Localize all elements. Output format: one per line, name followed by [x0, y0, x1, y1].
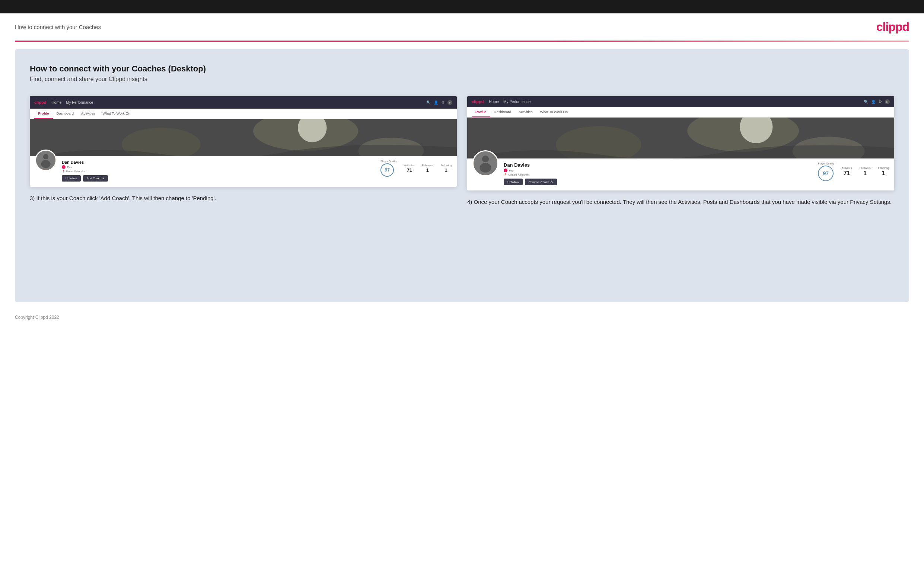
player-quality-circle-right: 97: [818, 166, 834, 181]
activities-value-right: 71: [842, 170, 852, 177]
profile-banner-left: [30, 119, 457, 156]
stats-row-right: Player Quality 97 Activities 71 Follower…: [818, 162, 889, 181]
player-quality-label-left: Player Quality: [380, 160, 397, 163]
activities-stat-right: Activities 71: [842, 167, 852, 177]
screenshot-left-frame: clippd Home My Performance 🔍 👤 ⚙ ▸ Profi…: [30, 96, 457, 187]
screenshots-row: clippd Home My Performance 🔍 👤 ⚙ ▸ Profi…: [30, 96, 894, 206]
nav-link-home-left: Home: [52, 100, 61, 105]
main-content: How to connect with your Coaches (Deskto…: [15, 49, 909, 302]
header-divider: [15, 40, 909, 42]
tab-activities-left[interactable]: Activities: [78, 109, 99, 119]
activities-label-right: Activities: [842, 167, 852, 169]
stats-row-left: Player Quality 97 Activities 71 Follower…: [380, 160, 452, 177]
following-label-right: Following: [878, 167, 889, 169]
followers-stat-left: Followers 1: [422, 164, 433, 173]
screenshot-right-frame: clippd Home My Performance 🔍 👤 ⚙ ▸ Profi…: [467, 96, 894, 190]
app-logo-right: clippd: [472, 99, 484, 104]
plus-icon-left: +: [102, 177, 104, 180]
svg-point-14: [482, 155, 489, 162]
app-nav-left: clippd Home My Performance 🔍 👤 ⚙ ▸: [30, 96, 457, 109]
unfollow-button-right[interactable]: Unfollow: [504, 179, 523, 185]
player-quality-stat-right: Player Quality 97: [818, 162, 834, 181]
profile-actions-right: Unfollow Remove Coach ✕: [504, 179, 813, 185]
app-nav-icons-left: 🔍 👤 ⚙ ▸: [426, 100, 452, 105]
page-title: How to connect with your Coaches: [15, 24, 101, 30]
avatar-icon-left: ▸: [447, 100, 452, 105]
header: How to connect with your Coaches clippd: [0, 13, 924, 40]
nav-link-performance-left: My Performance: [66, 100, 93, 105]
clippd-logo: clippd: [876, 20, 909, 34]
settings-icon-right: ⚙: [879, 100, 882, 104]
top-bar: [0, 0, 924, 13]
svg-point-7: [41, 160, 50, 168]
user-icon-left: 👤: [434, 100, 438, 105]
desc-left: 3) If this is your Coach click 'Add Coac…: [30, 194, 457, 203]
profile-info-right: Dan Davies Pro 📍 United Kingdom Unfollow: [467, 158, 894, 190]
following-stat-right: Following 1: [878, 167, 889, 177]
section-subtitle: Find, connect and share your Clippd insi…: [30, 76, 894, 82]
avatar-icon-right: ▸: [885, 99, 890, 104]
add-coach-button[interactable]: Add Coach +: [83, 175, 108, 182]
tab-dashboard-right[interactable]: Dashboard: [490, 107, 515, 117]
player-quality-circle-left: 97: [380, 163, 394, 177]
tab-activities-right[interactable]: Activities: [515, 107, 536, 117]
followers-label-right: Followers: [859, 167, 871, 169]
svg-point-6: [43, 154, 48, 159]
activities-value-left: 71: [404, 168, 415, 173]
player-quality-label-right: Player Quality: [818, 162, 834, 165]
badge-circle-left: [62, 165, 66, 169]
following-stat-left: Following 1: [440, 164, 452, 173]
player-quality-stat-left: Player Quality 97: [380, 160, 397, 177]
profile-info-left: Dan Davies Pro 📍 United Kingdom Unfollow: [30, 156, 457, 187]
remove-coach-button[interactable]: Remove Coach ✕: [525, 179, 557, 185]
tab-what-to-work-on-left[interactable]: What To Work On: [99, 109, 134, 119]
app-nav-right: clippd Home My Performance 🔍 👤 ⚙ ▸: [467, 96, 894, 107]
copyright-text: Copyright Clippd 2022: [15, 315, 59, 320]
search-icon-left[interactable]: 🔍: [426, 100, 431, 105]
activities-label-left: Activities: [404, 164, 415, 167]
profile-avatar-left: [35, 150, 57, 171]
profile-details-left: Dan Davies Pro 📍 United Kingdom Unfollow: [62, 160, 375, 182]
search-icon-right[interactable]: 🔍: [864, 100, 868, 104]
desc-right: 4) Once your Coach accepts your request …: [467, 198, 894, 206]
profile-location-right: 📍 United Kingdom: [504, 173, 813, 176]
app-nav-icons-right: 🔍 👤 ⚙ ▸: [864, 99, 890, 104]
app-tabs-left: Profile Dashboard Activities What To Wor…: [30, 109, 457, 119]
location-icon-left: 📍: [62, 170, 65, 172]
followers-value-right: 1: [859, 170, 871, 177]
location-icon-right: 📍: [504, 173, 507, 176]
badge-text-left: Pro: [67, 166, 71, 169]
followers-stat-right: Followers 1: [859, 167, 871, 177]
app-nav-links-left: Home My Performance: [52, 100, 421, 105]
profile-name-left: Dan Davies: [62, 160, 375, 164]
app-tabs-right: Profile Dashboard Activities What To Wor…: [467, 107, 894, 118]
app-logo-left: clippd: [34, 100, 46, 105]
profile-badge-left: Pro: [62, 165, 375, 169]
x-icon-right: ✕: [550, 180, 553, 184]
user-icon-right: 👤: [871, 100, 876, 104]
nav-link-home-right: Home: [489, 100, 499, 104]
footer: Copyright Clippd 2022: [0, 309, 924, 325]
profile-badge-right: Pro: [504, 169, 813, 172]
badge-text-right: Pro: [509, 169, 514, 172]
badge-circle-right: [504, 169, 507, 172]
app-nav-links-right: Home My Performance: [489, 100, 858, 104]
settings-icon-left: ⚙: [441, 100, 444, 105]
following-label-left: Following: [440, 164, 452, 167]
tab-what-to-work-on-right[interactable]: What To Work On: [536, 107, 572, 117]
tab-profile-left[interactable]: Profile: [34, 109, 53, 119]
following-value-left: 1: [440, 168, 452, 173]
unfollow-button-left[interactable]: Unfollow: [62, 175, 81, 182]
following-value-right: 1: [878, 170, 889, 177]
profile-banner-right: [467, 118, 894, 158]
tab-profile-right[interactable]: Profile: [472, 107, 490, 117]
tab-dashboard-left[interactable]: Dashboard: [53, 109, 78, 119]
profile-details-right: Dan Davies Pro 📍 United Kingdom Unfollow: [504, 162, 813, 185]
profile-avatar-right: [472, 150, 499, 176]
profile-location-left: 📍 United Kingdom: [62, 170, 375, 173]
activities-stat-left: Activities 71: [404, 164, 415, 173]
followers-value-left: 1: [422, 168, 433, 173]
svg-point-15: [480, 163, 491, 172]
screenshot-left-col: clippd Home My Performance 🔍 👤 ⚙ ▸ Profi…: [30, 96, 457, 206]
screenshot-right-col: clippd Home My Performance 🔍 👤 ⚙ ▸ Profi…: [467, 96, 894, 206]
